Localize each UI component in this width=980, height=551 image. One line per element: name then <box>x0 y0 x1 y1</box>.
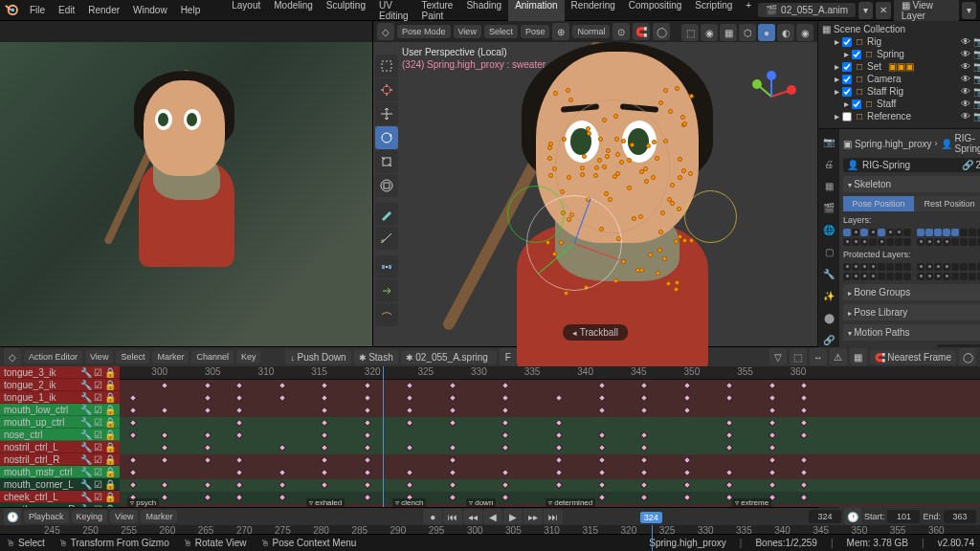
tab-modifier-icon[interactable]: 🔧 <box>818 263 839 284</box>
prev-key-icon[interactable]: ◂◂ <box>463 509 482 524</box>
outliner-item[interactable]: ▸ □Camera 👁📷 <box>820 73 980 85</box>
render-vis-icon[interactable]: 📷 <box>973 61 980 72</box>
autokey-icon[interactable]: ● <box>423 509 442 524</box>
playhead[interactable] <box>383 366 384 507</box>
ds-summary-icon[interactable]: ⬚ <box>790 348 807 365</box>
transform-orientation[interactable]: Normal <box>572 25 610 38</box>
outliner-root[interactable]: ▦ Scene Collection <box>820 23 980 35</box>
tool-annotate-icon[interactable] <box>375 203 398 226</box>
outliner-item[interactable]: ▸ □Set ▣▣▣ 👁📷 <box>820 60 980 73</box>
marker[interactable]: ▿ down <box>466 498 496 507</box>
timeline-playhead[interactable] <box>652 525 653 551</box>
ds-marker[interactable]: Marker <box>152 350 189 364</box>
tab-object-icon[interactable]: ▢ <box>818 241 839 262</box>
viewlayer-browse-button[interactable]: ▾ <box>962 2 976 19</box>
armature-datablock[interactable]: 👤 RIG-Spring 🔗 2 <box>843 158 980 172</box>
tool-scale-icon[interactable] <box>375 150 398 173</box>
channel-row[interactable]: mouth_corner_L🔧☑🔒 <box>0 478 120 491</box>
tab-output-icon[interactable]: 🖨 <box>818 153 839 174</box>
end-frame-field[interactable]: 363 <box>944 510 976 523</box>
tab-world-icon[interactable]: 🌐 <box>818 219 839 240</box>
viewport-canvas[interactable]: User Perspective (Local) (324) Spring.hi… <box>373 42 817 346</box>
render-vis-icon[interactable]: 📷 <box>973 74 980 84</box>
mute-icon[interactable]: ☑ <box>94 492 102 502</box>
tool-select-icon[interactable] <box>375 55 398 77</box>
tab-physics-icon[interactable]: ⬤ <box>818 307 839 328</box>
pivot-icon[interactable]: ⊙ <box>612 23 630 40</box>
channel-row[interactable]: mouth_mstr_ctrl🔧☑🔒 <box>0 466 120 478</box>
wrench-icon[interactable]: 🔧 <box>80 405 92 415</box>
tool-relax-icon[interactable] <box>375 303 398 326</box>
mute-icon[interactable]: ☑ <box>94 417 102 428</box>
marker[interactable]: ▿ extreme <box>732 498 771 507</box>
tab-render-icon[interactable]: 📷 <box>818 131 839 152</box>
proportional-icon[interactable]: ◯ <box>653 23 670 40</box>
dopesheet-mode[interactable]: Action Editor <box>24 350 82 364</box>
push-down-button[interactable]: ↓ Push Down <box>285 350 350 364</box>
lock-icon[interactable]: 🔒 <box>104 367 116 378</box>
ds-hidden-icon[interactable]: ⚠ <box>830 348 847 365</box>
frame-ruler[interactable]: 300305310315320325330335340345350355360 <box>120 366 980 380</box>
ds-selected-icon[interactable]: ↔ <box>810 348 827 365</box>
mute-icon[interactable]: ☑ <box>94 405 102 415</box>
tab-scene-icon[interactable]: 🎬 <box>818 197 839 218</box>
channel-row[interactable]: mouth_up_ctrl🔧☑🔒 <box>0 416 120 429</box>
timeline-type-icon[interactable]: 🕐 <box>4 508 21 525</box>
lock-icon[interactable]: 🔒 <box>104 405 116 415</box>
vp-menu-pose[interactable]: Pose <box>521 25 550 38</box>
render-vis-icon[interactable]: 📷 <box>973 49 980 59</box>
ds-filter-icon[interactable]: ▽ <box>769 348 787 365</box>
channel-row[interactable]: mouth_low_ctrl🔧☑🔒 <box>0 404 120 416</box>
visibility-icon[interactable]: 👁 <box>961 111 970 121</box>
mute-icon[interactable]: ☑ <box>94 430 102 440</box>
scene-selector[interactable]: 🎬 02_055_A.anim <box>758 3 856 17</box>
channel-row[interactable]: mouth_corner_R🔧☑🔒 <box>0 503 120 507</box>
channel-row[interactable]: tongue_3_ik🔧☑🔒 <box>0 366 120 379</box>
marker[interactable]: ▿ psych <box>127 498 159 507</box>
preview-range-icon[interactable]: 🕐 <box>844 508 861 525</box>
ds-view[interactable]: View <box>85 350 113 364</box>
wrench-icon[interactable]: 🔧 <box>80 504 92 508</box>
rest-position-button[interactable]: Rest Position <box>914 196 980 211</box>
visibility-icon[interactable]: 👁 <box>961 61 970 72</box>
mute-icon[interactable]: ☑ <box>94 380 102 390</box>
channel-row[interactable]: nostril_ctrl_L🔧☑🔒 <box>0 441 120 453</box>
tab-viewlayer-icon[interactable]: ▦ <box>818 175 839 196</box>
ds-select[interactable]: Select <box>116 350 149 364</box>
mute-icon[interactable]: ☑ <box>94 479 102 490</box>
tool-push-icon[interactable] <box>375 279 398 302</box>
render-vis-icon[interactable]: 📷 <box>973 99 980 109</box>
tool-transform-icon[interactable] <box>375 174 398 197</box>
wrench-icon[interactable]: 🔧 <box>80 430 92 440</box>
visibility-icon[interactable]: 👁 <box>961 49 970 59</box>
orientation-icon[interactable]: ⊕ <box>552 23 569 40</box>
3d-viewport[interactable]: ◇ Pose Mode View Select Pose ⊕ Normal ⊙ … <box>373 21 817 346</box>
play-icon[interactable]: ▶ <box>503 509 523 524</box>
marker[interactable]: ▿ determined <box>546 498 595 507</box>
outliner-item[interactable]: ▸ □Spring 👁📷 <box>820 48 980 60</box>
channel-row[interactable]: cheek_ctrl_L🔧☑🔒 <box>0 491 120 503</box>
panel-bone-groups[interactable]: Bone Groups <box>843 284 980 300</box>
visibility-icon[interactable]: 👁 <box>961 74 970 84</box>
scene-new-button[interactable]: ✕ <box>876 2 890 19</box>
tool-measure-icon[interactable] <box>375 227 398 250</box>
wrench-icon[interactable]: 🔧 <box>80 442 92 452</box>
wrench-icon[interactable]: 🔧 <box>80 367 92 378</box>
lock-icon[interactable]: 🔒 <box>104 454 116 465</box>
shading-solid-icon[interactable]: ● <box>758 24 775 41</box>
menu-edit[interactable]: Edit <box>53 2 80 18</box>
mute-icon[interactable]: ☑ <box>94 392 102 403</box>
tl-keying[interactable]: Keying <box>72 510 108 523</box>
view-layer-selector[interactable]: ▦ View Layer <box>894 0 959 23</box>
armature-layers[interactable] <box>843 229 980 246</box>
visibility-icon[interactable]: 👁 <box>961 99 970 109</box>
action-fake-user-icon[interactable]: F <box>500 348 517 365</box>
mute-icon[interactable]: ☑ <box>94 367 102 378</box>
wrench-icon[interactable]: 🔧 <box>80 392 92 403</box>
channel-row[interactable]: tongue_1_ik🔧☑🔒 <box>0 391 120 404</box>
lock-icon[interactable]: 🔒 <box>104 430 116 440</box>
ds-key[interactable]: Key <box>236 350 261 364</box>
render-preview[interactable] <box>0 42 372 346</box>
panel-motion-paths[interactable]: Motion Paths <box>843 324 980 341</box>
lock-icon[interactable]: 🔒 <box>104 392 116 403</box>
